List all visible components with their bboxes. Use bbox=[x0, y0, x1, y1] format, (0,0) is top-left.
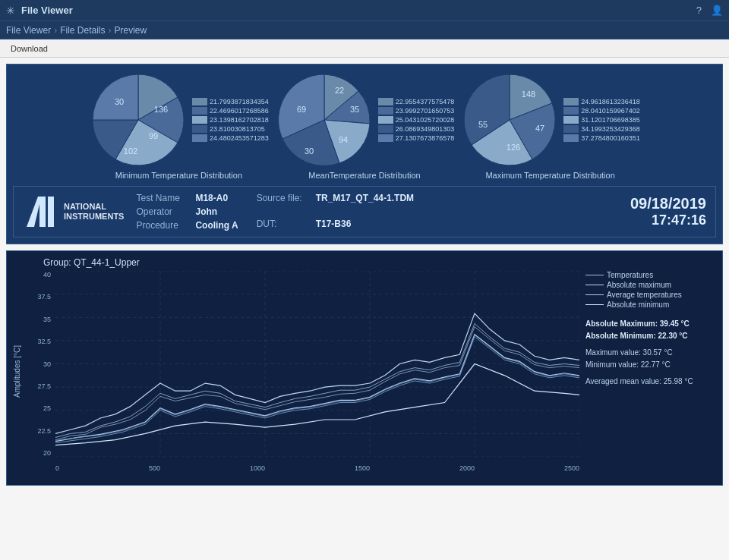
operator-label: Operator bbox=[136, 206, 189, 217]
toolbar: Download bbox=[0, 39, 729, 58]
stat-min-val: Minimum value: 22.77 °C bbox=[585, 359, 716, 371]
breadcrumb-filedetails[interactable]: File Details bbox=[60, 25, 105, 36]
datetime-date: 09/18/2019 bbox=[630, 195, 706, 212]
svg-text:136: 136 bbox=[154, 105, 168, 114]
svg-text:126: 126 bbox=[507, 143, 520, 152]
stat-abs-max: Absolute Maximum: 39.45 °C bbox=[585, 318, 716, 330]
svg-rect-14 bbox=[48, 197, 54, 227]
stat-abs-min: Absolute Minimum: 22.30 °C bbox=[585, 330, 716, 342]
y-axis-label: Amplitudes [°C] bbox=[13, 271, 28, 472]
svg-text:99: 99 bbox=[149, 131, 158, 140]
ni-logo: NATIONAL INSTRUMENTS bbox=[23, 193, 124, 231]
operator-row: Operator John bbox=[136, 206, 238, 217]
operator-value: John bbox=[195, 206, 217, 217]
svg-text:102: 102 bbox=[124, 146, 137, 156]
svg-text:148: 148 bbox=[522, 90, 535, 99]
mean-temp-chart: 22 35 94 30 69 22.9554377575478 23.99927… bbox=[275, 71, 455, 180]
svg-marker-13 bbox=[27, 197, 46, 227]
max-chart-label: Maximum Temperature Distribution bbox=[485, 171, 614, 180]
dut-value: T17-B36 bbox=[316, 219, 352, 229]
line-chart-svg bbox=[55, 271, 579, 457]
breadcrumb: File Viewer › File Details › Preview bbox=[0, 21, 729, 39]
title-bar-controls: ? 👤 bbox=[696, 5, 723, 16]
info-fields: Test Name M18-A0 Operator John Procedure… bbox=[136, 193, 617, 231]
max-pie: 148 47 126 55 bbox=[460, 71, 559, 169]
source-value: TR_M17_QT_44-1.TDM bbox=[316, 193, 414, 203]
info-col-right: Source file: TR_M17_QT_44-1.TDM DUT: T17… bbox=[257, 193, 414, 231]
datetime-panel: 09/18/2019 17:47:16 bbox=[630, 195, 706, 228]
stat-max-val: Maximum value: 30.57 °C bbox=[585, 347, 716, 359]
chart-svg-container bbox=[55, 271, 579, 457]
breadcrumb-sep1: › bbox=[54, 25, 57, 36]
y-axis-ticks: 40 37.5 35 32.5 30 27.5 25 22.5 20 bbox=[28, 271, 54, 457]
source-label: Source file: bbox=[257, 193, 310, 203]
breadcrumb-sep2: › bbox=[109, 25, 112, 36]
svg-text:55: 55 bbox=[478, 120, 488, 129]
mean-chart-label: MeanTemperature Distribution bbox=[308, 171, 420, 180]
chart-legend: Temperatures Absolute maximum Average te… bbox=[579, 271, 716, 472]
info-panel: NATIONAL INSTRUMENTS Test Name M18-A0 Op… bbox=[13, 186, 716, 238]
test-name-row: Test Name M18-A0 bbox=[136, 193, 238, 203]
min-pie: 30 136 99 102 bbox=[89, 71, 188, 169]
dut-row: DUT: T17-B36 bbox=[257, 219, 414, 229]
max-legend: 24.9618613236418 28.0410159967402 31.120… bbox=[563, 98, 640, 142]
legend-abs-max: Absolute maximum bbox=[585, 281, 716, 289]
max-temp-chart: 148 47 126 55 24.9618613236418 28.041015… bbox=[460, 71, 640, 180]
main-content: 30 136 99 102 21.7993871834354 22.469601… bbox=[0, 58, 729, 560]
min-temp-chart: 30 136 99 102 21.7993871834354 22.469601… bbox=[89, 71, 269, 180]
min-legend: 21.7993871834354 22.4696017268586 23.139… bbox=[192, 98, 269, 142]
min-chart-label: Minimum Temperature Distribution bbox=[115, 171, 242, 180]
svg-text:22: 22 bbox=[335, 86, 344, 95]
svg-text:35: 35 bbox=[350, 105, 359, 114]
title-bar: ✳ File Viewer ? 👤 bbox=[0, 0, 729, 21]
mean-pie: 22 35 94 30 69 bbox=[275, 71, 374, 169]
line-chart-title: Group: QT_44-1_Upper bbox=[43, 257, 716, 268]
dut-label: DUT: bbox=[257, 219, 310, 229]
mean-legend: 22.9554377575478 23.9992701650753 25.043… bbox=[378, 98, 455, 142]
help-button[interactable]: ? bbox=[696, 5, 702, 16]
stat-avg-mean: Averaged mean value: 25.98 °C bbox=[585, 376, 716, 388]
x-axis-ticks: 0 500 1000 1500 2000 2500 bbox=[55, 464, 579, 472]
info-col-left: Test Name M18-A0 Operator John Procedure… bbox=[136, 193, 238, 231]
charts-row: 30 136 99 102 21.7993871834354 22.469601… bbox=[13, 71, 716, 180]
datetime-time: 17:47:16 bbox=[630, 212, 706, 228]
stats-block: Absolute Maximum: 39.45 °C Absolute Mini… bbox=[585, 318, 716, 388]
svg-text:30: 30 bbox=[115, 97, 124, 106]
legend-abs-min: Absolute minimum bbox=[585, 300, 716, 309]
top-panel: 30 136 99 102 21.7993871834354 22.469601… bbox=[6, 64, 723, 244]
user-button[interactable]: 👤 bbox=[711, 5, 723, 16]
svg-text:47: 47 bbox=[535, 124, 544, 133]
svg-text:94: 94 bbox=[339, 135, 348, 144]
procedure-label: Procedure bbox=[136, 220, 189, 231]
procedure-value: Cooling A bbox=[195, 220, 238, 231]
test-name-label: Test Name bbox=[136, 193, 189, 203]
procedure-row: Procedure Cooling A bbox=[136, 220, 238, 231]
breadcrumb-preview[interactable]: Preview bbox=[115, 25, 147, 36]
app-icon: ✳ bbox=[6, 5, 15, 17]
app-title: File Viewer bbox=[21, 5, 696, 16]
bottom-panel: Group: QT_44-1_Upper Amplitudes [°C] 40 … bbox=[6, 250, 723, 486]
svg-text:30: 30 bbox=[305, 146, 314, 156]
line-chart-area: Amplitudes [°C] 40 37.5 35 32.5 30 27.5 … bbox=[13, 271, 716, 472]
test-name-value: M18-A0 bbox=[195, 193, 228, 203]
ni-logo-text: NATIONAL INSTRUMENTS bbox=[64, 202, 124, 222]
download-button[interactable]: Download bbox=[6, 42, 52, 55]
svg-text:69: 69 bbox=[297, 105, 306, 114]
breadcrumb-fileviewer[interactable]: File Viewer bbox=[6, 25, 51, 36]
legend-avg-temps: Average temperatures bbox=[585, 291, 716, 299]
source-row: Source file: TR_M17_QT_44-1.TDM bbox=[257, 193, 414, 203]
legend-temperatures: Temperatures bbox=[585, 271, 716, 279]
